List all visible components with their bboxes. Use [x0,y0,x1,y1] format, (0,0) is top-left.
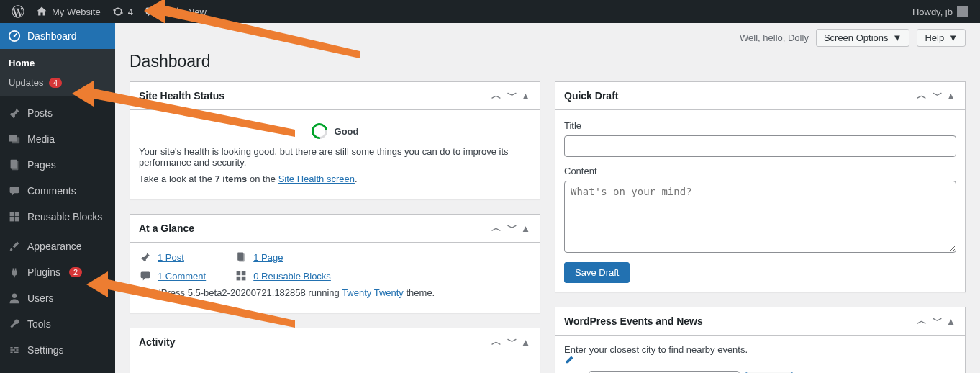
toggle-icon[interactable]: ▴ [945,90,956,102]
refresh-icon [112,6,124,17]
widget-title: Quick Draft [564,90,618,102]
screen-options-button[interactable]: Screen Options ▼ [816,29,909,47]
move-up-icon[interactable]: ︿ [489,89,504,102]
sidebar-item-comments[interactable]: Comments [0,178,115,204]
move-up-icon[interactable]: ︿ [489,222,504,235]
glance-posts[interactable]: 1 Post [139,251,206,263]
new-label: New [188,6,207,17]
content-label: Content [564,166,956,176]
draft-title-input[interactable] [564,135,956,157]
content-area: Well, hello, Dolly Screen Options ▼ Help… [115,23,980,373]
glance-reusable[interactable]: 0 Reusable Blocks [235,270,331,282]
move-down-icon[interactable]: ﹀ [504,89,520,102]
submenu-updates[interactable]: Updates 4 [0,73,115,92]
toggle-icon[interactable]: ▴ [520,336,531,348]
pages-icon [7,158,22,172]
events-prompt: Enter your closest city to find nearby e… [564,344,748,355]
plug-icon [7,265,22,279]
site-name: My Website [52,6,101,17]
move-up-icon[interactable]: ︿ [489,336,504,349]
new-content-link[interactable]: New [166,0,212,23]
howdy-account[interactable]: Howdy, jb [907,0,974,23]
version-info: WordPress 5.5-beta2-20200721.182858 runn… [139,287,531,298]
submenu-home[interactable]: Home [0,53,115,73]
howdy-text: Howdy, jb [912,6,953,17]
svg-rect-16 [242,277,246,281]
move-down-icon[interactable]: ﹀ [504,336,520,349]
svg-rect-3 [12,137,19,143]
sidebar-item-tools[interactable]: Tools [0,311,115,337]
glance-comments[interactable]: 1 Comment [139,270,206,282]
move-up-icon[interactable]: ︿ [914,89,930,102]
sidebar-item-appearance[interactable]: Appearance [0,233,115,259]
svg-rect-15 [237,277,241,281]
widget-header[interactable]: WordPress Events and News ︿ ﹀ ▴ [555,307,965,336]
move-up-icon[interactable]: ︿ [914,315,930,328]
widget-header[interactable]: Site Health Status ︿ ﹀ ▴ [130,82,540,110]
edit-location-icon[interactable] [564,355,956,365]
page-title: Dashboard [130,52,966,71]
user-icon [7,291,22,305]
sidebar-item-users[interactable]: Users [0,285,115,311]
svg-point-1 [14,35,16,37]
events-news-widget: WordPress Events and News ︿ ﹀ ▴ Enter yo… [555,307,966,373]
glance-pages[interactable]: 1 Page [235,251,331,263]
updates-link[interactable]: 4 [106,0,139,23]
save-draft-button[interactable]: Save Draft [564,262,630,283]
comments-link[interactable] [139,0,166,23]
pages-icon [235,251,248,263]
wrench-icon [7,317,22,331]
svg-rect-14 [242,271,246,276]
media-icon [7,132,22,146]
move-down-icon[interactable]: ﹀ [930,89,945,102]
wordpress-icon [12,5,24,18]
title-label: Title [564,120,956,131]
sidebar-item-settings[interactable]: Settings [0,337,115,363]
plus-icon [172,6,183,17]
draft-content-textarea[interactable] [564,181,956,253]
pin-icon [7,106,22,120]
toggle-icon[interactable]: ▴ [945,315,956,327]
widget-title: Site Health Status [139,90,224,102]
sidebar-item-reusable-blocks[interactable]: Reusable Blocks [0,204,115,230]
svg-rect-9 [15,217,19,222]
toggle-icon[interactable]: ▴ [520,223,531,234]
move-down-icon[interactable]: ﹀ [504,222,520,235]
health-status: Good [335,126,359,137]
site-health-widget: Site Health Status ︿ ﹀ ▴ Good Your site'… [130,81,540,199]
svg-rect-12 [239,253,245,261]
site-name-link[interactable]: My Website [30,0,106,23]
plugins-badge: 2 [69,267,82,277]
help-button[interactable]: Help ▼ [917,29,966,47]
wp-logo[interactable] [6,0,30,23]
widget-title: WordPress Events and News [564,315,703,327]
health-gauge-icon [308,120,330,143]
svg-rect-13 [237,271,241,276]
widget-header[interactable]: Quick Draft ︿ ﹀ ▴ [555,82,965,110]
widget-title: At a Glance [139,223,194,234]
comment-icon [139,270,152,282]
theme-link[interactable]: Twenty Twenty [342,287,404,298]
chevron-down-icon: ▼ [893,32,902,43]
quick-draft-widget: Quick Draft ︿ ﹀ ▴ Title Content Save Dra… [555,81,966,292]
widget-header[interactable]: Activity ︿ ﹀ ▴ [130,328,540,356]
blocks-icon [7,210,22,224]
sidebar-item-dashboard[interactable]: Dashboard [0,23,115,49]
sidebar-item-plugins[interactable]: Plugins 2 [0,259,115,285]
svg-rect-7 [15,212,19,217]
comment-icon [7,184,22,198]
site-health-link[interactable]: Site Health screen [278,174,355,184]
avatar [957,6,968,17]
widget-header[interactable]: At a Glance ︿ ﹀ ▴ [130,215,540,243]
sidebar-item-label: Dashboard [27,30,77,42]
sidebar-item-posts[interactable]: Posts [0,100,115,126]
dashboard-icon [7,29,22,43]
widget-title: Activity [139,336,176,348]
dashboard-submenu: Home Updates 4 [0,49,115,96]
hello-dolly-text: Well, hello, Dolly [740,32,809,43]
sidebar-item-media[interactable]: Media [0,126,115,152]
move-down-icon[interactable]: ﹀ [930,315,945,328]
toggle-icon[interactable]: ▴ [520,90,531,102]
sidebar-item-pages[interactable]: Pages [0,152,115,178]
health-description: Your site's health is looking good, but … [139,146,531,168]
